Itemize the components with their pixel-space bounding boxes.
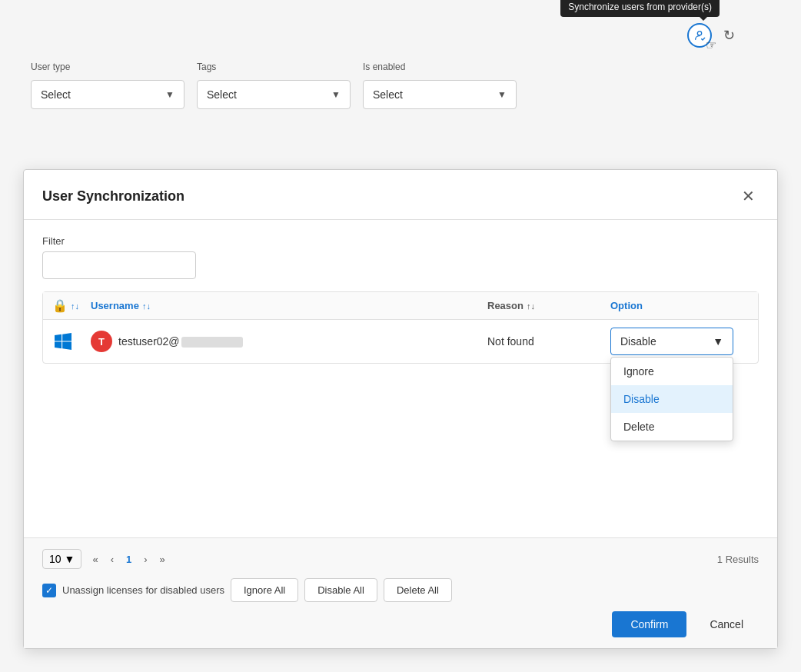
username-col-label: Username xyxy=(91,300,139,311)
page-size-select[interactable]: 10 ▼ xyxy=(42,549,81,569)
reason-sort-arrows: ↑↓ xyxy=(527,301,535,311)
modal-footer: 10 ▼ « ‹ 1 › » 1 Results Unassign licens… xyxy=(24,537,777,648)
prev-page-button[interactable]: ‹ xyxy=(106,551,118,568)
tags-filter-group: Tags Select ▼ xyxy=(197,62,351,109)
table-col-option: Option xyxy=(610,300,749,311)
option-cell: Disable ▼ Ignore Disable Delete xyxy=(610,328,749,355)
tags-select[interactable]: Select ▼ xyxy=(197,80,351,109)
reason-col-label: Reason xyxy=(487,300,523,311)
license-row: Unassign licenses for disabled users Ign… xyxy=(42,578,452,602)
filter-field-label: Filter xyxy=(42,235,759,247)
option-dropdown[interactable]: Disable ▼ xyxy=(610,328,733,355)
option-dropdown-menu: Ignore Disable Delete xyxy=(610,357,733,441)
modal-body: Filter 🔒 ↑↓ Username ↑↓ Reason ↑↓ Op xyxy=(24,220,777,537)
is-enabled-value: Select xyxy=(373,88,403,101)
windows-os-icon xyxy=(52,331,74,352)
disable-all-button[interactable]: Disable All xyxy=(304,578,377,602)
tags-label: Tags xyxy=(197,62,351,72)
cancel-button[interactable]: Cancel xyxy=(694,611,759,637)
user-type-label: User type xyxy=(31,62,184,72)
confirm-button[interactable]: Confirm xyxy=(612,611,686,637)
last-page-button[interactable]: » xyxy=(155,551,170,568)
is-enabled-filter-group: Is enabled Select ▼ xyxy=(363,62,517,109)
table-header: 🔒 ↑↓ Username ↑↓ Reason ↑↓ Option xyxy=(43,292,758,320)
user-type-select[interactable]: Select ▼ xyxy=(31,80,184,109)
user-type-value: Select xyxy=(41,88,71,101)
is-enabled-label: Is enabled xyxy=(363,62,517,72)
first-page-button[interactable]: « xyxy=(88,551,102,568)
modal-header: User Synchronization ✕ xyxy=(24,170,777,220)
dropdown-item-delete[interactable]: Delete xyxy=(611,413,733,441)
page-size-chevron-icon: ▼ xyxy=(65,553,75,565)
user-avatar: T xyxy=(91,331,112,352)
reason-cell: Not found xyxy=(487,335,610,348)
tags-value: Select xyxy=(207,88,237,101)
modal-title: User Synchronization xyxy=(42,188,184,205)
license-checkbox[interactable] xyxy=(42,584,56,597)
action-row: Confirm Cancel xyxy=(42,611,759,637)
user-type-chevron-icon: ▼ xyxy=(165,89,174,100)
username-sort-arrows: ↑↓ xyxy=(142,301,151,311)
table-col-username[interactable]: Username ↑↓ xyxy=(91,300,487,311)
filter-input[interactable] xyxy=(42,251,196,279)
user-cell: T testuser02@ xyxy=(91,331,487,352)
bulk-actions: Ignore All Disable All Delete All xyxy=(231,578,452,602)
svg-point-0 xyxy=(697,32,701,35)
table-col-reason[interactable]: Reason ↑↓ xyxy=(487,300,610,311)
lock-sort-arrows: ↑↓ xyxy=(71,301,79,311)
page-1-button[interactable]: 1 xyxy=(121,551,136,568)
modal-close-button[interactable]: ✕ xyxy=(737,185,759,207)
user-type-filter-group: User type Select ▼ xyxy=(31,62,184,109)
dropdown-item-disable[interactable]: Disable xyxy=(611,385,733,413)
table-row: T testuser02@ Not found Disable ▼ Ignore… xyxy=(43,320,758,363)
lock-sort-icon: 🔒 xyxy=(52,298,68,313)
option-chevron-icon: ▼ xyxy=(713,335,723,348)
page-size-value: 10 xyxy=(49,553,61,565)
next-page-button[interactable]: › xyxy=(139,551,151,568)
filter-bar: User type Select ▼ Tags Select ▼ Is enab… xyxy=(31,62,770,109)
license-label: Unassign licenses for disabled users xyxy=(62,584,224,596)
pagination-row: 10 ▼ « ‹ 1 › » xyxy=(42,549,170,569)
sync-tooltip-container: Synchronize users from provider(s) xyxy=(687,23,712,48)
username-text: testuser02@ xyxy=(118,335,243,348)
users-table: 🔒 ↑↓ Username ↑↓ Reason ↑↓ Option xyxy=(42,291,759,364)
sync-users-button[interactable] xyxy=(687,23,712,48)
delete-all-button[interactable]: Delete All xyxy=(384,578,452,602)
pagination-controls: « ‹ 1 › » xyxy=(88,551,169,568)
dropdown-item-ignore[interactable]: Ignore xyxy=(611,358,733,385)
refresh-button[interactable]: ↻ xyxy=(718,25,740,46)
sync-tooltip: Synchronize users from provider(s) xyxy=(560,0,720,17)
option-col-label: Option xyxy=(610,300,643,311)
username-blurred xyxy=(181,337,243,348)
user-sync-modal: User Synchronization ✕ Filter 🔒 ↑↓ Usern… xyxy=(23,169,778,649)
is-enabled-select[interactable]: Select ▼ xyxy=(363,80,517,109)
footer-top: 10 ▼ « ‹ 1 › » 1 Results xyxy=(42,549,759,569)
footer-bottom: Unassign licenses for disabled users Ign… xyxy=(42,578,759,602)
tags-chevron-icon: ▼ xyxy=(331,89,341,100)
ignore-all-button[interactable]: Ignore All xyxy=(231,578,298,602)
top-icons-bar: Synchronize users from provider(s) ↻ xyxy=(687,23,740,48)
option-selected-value: Disable xyxy=(620,335,656,348)
table-col-lock[interactable]: 🔒 ↑↓ xyxy=(52,298,91,313)
results-count: 1 Results xyxy=(717,554,759,565)
is-enabled-chevron-icon: ▼ xyxy=(497,89,507,100)
